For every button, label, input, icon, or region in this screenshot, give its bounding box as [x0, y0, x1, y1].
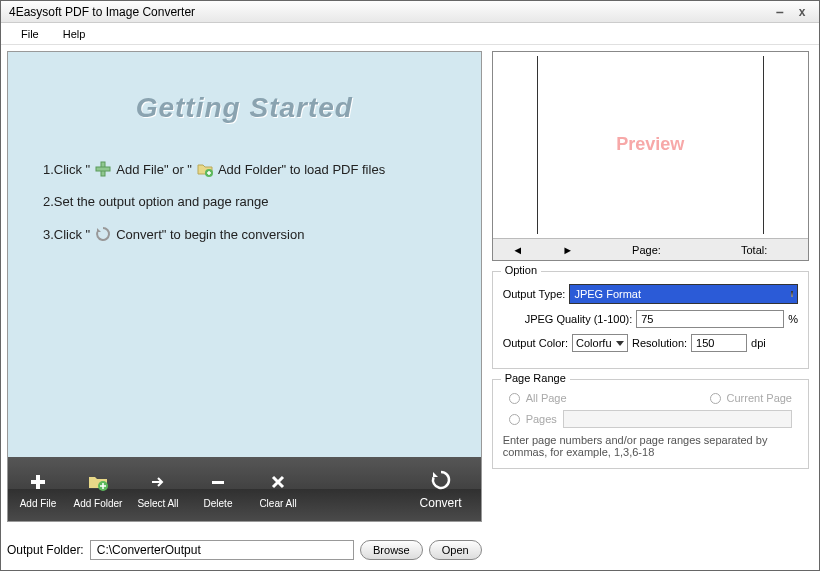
- svg-rect-4: [31, 480, 45, 484]
- convert-icon: [429, 468, 453, 492]
- preview-nav: ◄ ► Page: Total:: [493, 238, 808, 260]
- resolution-input[interactable]: [691, 334, 747, 352]
- plus-icon: [28, 470, 48, 494]
- step-2: 2.Set the output option and page range: [43, 194, 446, 209]
- step-1: 1.Click " Add File" or " Add Folder" to …: [43, 159, 446, 179]
- select-all-button[interactable]: Select All: [128, 457, 188, 521]
- prev-page-button[interactable]: ◄: [493, 244, 543, 256]
- color-label: Output Color:: [503, 337, 568, 349]
- svg-rect-6: [212, 481, 224, 484]
- arrow-right-icon: [148, 470, 168, 494]
- right-column: Preview ◄ ► Page: Total: Option Output T…: [492, 51, 809, 560]
- add-file-button[interactable]: Add File: [8, 457, 68, 521]
- browse-button[interactable]: Browse: [360, 540, 423, 560]
- clear-all-button[interactable]: Clear All: [248, 457, 308, 521]
- page-range-group: Page Range All Page Current Page Pages: [492, 379, 809, 469]
- output-type-label: Output Type:: [503, 288, 566, 300]
- convert-button[interactable]: Convert: [401, 457, 481, 521]
- option-group: Option Output Type: JPEG Format JPEG Qua…: [492, 271, 809, 369]
- getting-started-steps: 1.Click " Add File" or " Add Folder" to …: [43, 159, 446, 259]
- pages-label: Pages: [526, 413, 557, 425]
- option-title: Option: [501, 264, 541, 276]
- titlebar: 4Easysoft PDF to Image Converter ‒ x: [1, 1, 819, 23]
- minimize-button[interactable]: ‒: [771, 5, 789, 19]
- svg-rect-1: [96, 167, 110, 171]
- output-folder-label: Output Folder:: [7, 543, 84, 557]
- resolution-label: Resolution:: [632, 337, 687, 349]
- left-column: Getting Started 1.Click " Add File" or "…: [7, 51, 482, 560]
- total-label: Total:: [700, 244, 808, 256]
- current-page-radio[interactable]: [710, 393, 721, 404]
- quality-suffix: %: [788, 313, 798, 325]
- chevron-down-icon: [616, 341, 624, 346]
- preview-watermark: Preview: [616, 134, 684, 155]
- file-list-area: Getting Started 1.Click " Add File" or "…: [7, 51, 482, 522]
- color-select[interactable]: Colorfu: [572, 334, 628, 352]
- preview-canvas: Preview: [493, 52, 808, 238]
- quality-input[interactable]: [636, 310, 784, 328]
- app-window: 4Easysoft PDF to Image Converter ‒ x Fil…: [0, 0, 820, 571]
- page-range-hint: Enter page numbers and/or page ranges se…: [503, 434, 798, 458]
- open-button[interactable]: Open: [429, 540, 482, 560]
- x-icon: [268, 470, 288, 494]
- close-button[interactable]: x: [793, 5, 811, 19]
- chevron-down-icon: [791, 291, 793, 297]
- action-toolbar: Add File Add Folder Select All Delete: [8, 457, 481, 521]
- menu-file[interactable]: File: [9, 26, 51, 42]
- minus-icon: [208, 470, 228, 494]
- window-title: 4Easysoft PDF to Image Converter: [9, 5, 195, 19]
- current-page-label: Current Page: [727, 392, 792, 404]
- plus-icon: [93, 159, 113, 179]
- output-folder-input[interactable]: [90, 540, 354, 560]
- all-page-radio[interactable]: [509, 393, 520, 404]
- menubar: File Help: [1, 23, 819, 45]
- page-label: Page:: [593, 244, 701, 256]
- resolution-suffix: dpi: [751, 337, 766, 349]
- output-folder-row: Output Folder: Browse Open: [7, 540, 482, 560]
- preview-page: Preview: [537, 56, 764, 235]
- next-page-button[interactable]: ►: [543, 244, 593, 256]
- preview-panel: Preview ◄ ► Page: Total:: [492, 51, 809, 261]
- all-page-label: All Page: [526, 392, 567, 404]
- getting-started-heading: Getting Started: [8, 92, 481, 124]
- quality-label: JPEG Quality (1-100):: [525, 313, 633, 325]
- pages-radio[interactable]: [509, 414, 520, 425]
- delete-button[interactable]: Delete: [188, 457, 248, 521]
- step-3: 3.Click " Convert" to begin the conversi…: [43, 224, 446, 244]
- refresh-icon: [93, 224, 113, 244]
- content: Getting Started 1.Click " Add File" or "…: [1, 45, 819, 570]
- folder-plus-icon: [195, 159, 215, 179]
- output-type-select[interactable]: JPEG Format: [569, 284, 798, 304]
- pages-input[interactable]: [563, 410, 792, 428]
- add-folder-button[interactable]: Add Folder: [68, 457, 128, 521]
- page-range-title: Page Range: [501, 372, 570, 384]
- menu-help[interactable]: Help: [51, 26, 98, 42]
- folder-plus-icon: [87, 470, 109, 494]
